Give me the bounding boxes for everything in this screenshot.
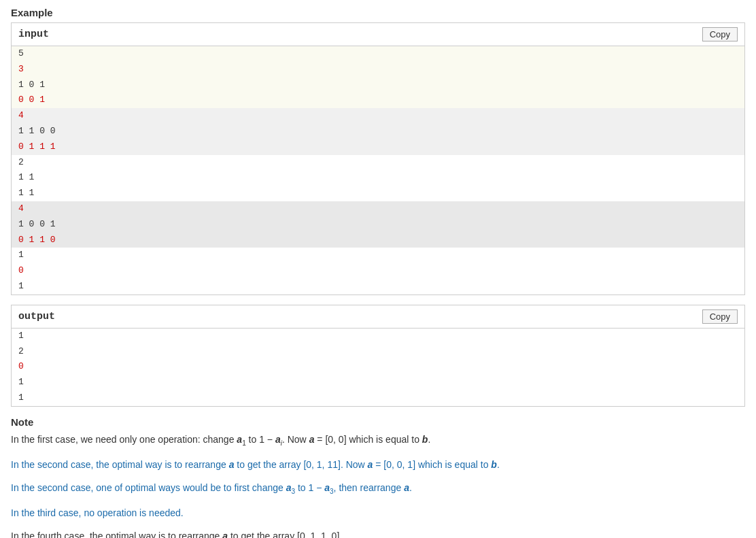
- code-row: 1: [12, 390, 744, 406]
- example-section: Example input Copy 5 3 1 0 1 0 0 1 4 1 1…: [11, 7, 745, 407]
- code-text: 1 1 0 0: [18, 126, 56, 136]
- input-copy-button[interactable]: Copy: [702, 27, 738, 41]
- code-row: 0: [12, 359, 744, 375]
- code-row: 2: [12, 155, 744, 171]
- code-text: 0: [18, 361, 24, 371]
- code-row: 1: [12, 279, 744, 295]
- code-text: 1 0 1: [18, 80, 45, 90]
- code-row: 1 0 0 1: [12, 217, 744, 233]
- output-copy-button[interactable]: Copy: [702, 309, 738, 324]
- code-text: 5: [18, 48, 24, 58]
- code-text: 1 1: [18, 188, 34, 198]
- code-row: 5: [12, 46, 744, 62]
- code-row: 1: [12, 329, 744, 344]
- code-text: 1: [18, 377, 24, 387]
- code-text: 1: [18, 281, 24, 291]
- output-block: output Copy 1 2 0 1 1: [11, 305, 745, 407]
- code-row: 1 1: [12, 170, 744, 186]
- code-row: 1 1: [12, 186, 744, 201]
- code-row: 2: [12, 344, 744, 360]
- code-row: 1: [12, 248, 744, 263]
- output-header: output Copy: [12, 305, 744, 329]
- code-text: 1 1: [18, 172, 34, 182]
- code-text: 0: [18, 265, 24, 275]
- code-text: 4: [18, 203, 24, 214]
- code-row: 0 1 1 0: [12, 233, 744, 248]
- code-text: 1: [18, 250, 24, 260]
- output-code-body: 1 2 0 1 1: [12, 329, 744, 406]
- example-title: Example: [11, 7, 745, 18]
- code-row: 1 1 0 0: [12, 124, 744, 139]
- code-row: 0 1 1 1: [12, 139, 744, 155]
- code-text: 2: [18, 346, 24, 356]
- input-block: input Copy 5 3 1 0 1 0 0 1 4 1 1 0 0 0 1…: [11, 22, 745, 295]
- note-paragraph-3: In the second case, one of optimal ways …: [11, 480, 745, 497]
- code-text: 4: [18, 110, 24, 120]
- code-text: 1: [18, 331, 24, 341]
- code-row: 1 0 1: [12, 78, 744, 93]
- note-section: Note In the first case, we need only one…: [11, 416, 745, 538]
- code-row: 4: [12, 201, 744, 217]
- code-text: 2: [18, 157, 24, 167]
- note-paragraph-4: In the third case, no operation is neede…: [11, 505, 745, 520]
- code-text: 0 1 1 0: [18, 235, 56, 245]
- code-text: 1 0 0 1: [18, 219, 56, 229]
- code-text: 1: [18, 392, 24, 403]
- input-header: input Copy: [12, 23, 744, 46]
- code-text: 0 1 1 1: [18, 141, 56, 152]
- code-row: 0: [12, 263, 744, 279]
- code-text: 3: [18, 64, 24, 74]
- code-row: 3: [12, 62, 744, 78]
- note-paragraph-2: In the second case, the optimal way is t…: [11, 457, 745, 472]
- code-text: 0 0 1: [18, 95, 45, 105]
- code-row: 0 0 1: [12, 93, 744, 108]
- note-paragraph-1: In the first case, we need only one oper…: [11, 432, 745, 449]
- input-code-body: 5 3 1 0 1 0 0 1 4 1 1 0 0 0 1 1 1 2 1 1 …: [12, 46, 744, 295]
- output-label: output: [18, 311, 55, 322]
- input-label: input: [18, 29, 49, 40]
- code-row: 4: [12, 108, 744, 124]
- note-title: Note: [11, 416, 745, 428]
- code-row: 1: [12, 375, 744, 390]
- note-paragraph-5: In the fourth case, the optimal way is t…: [11, 528, 745, 538]
